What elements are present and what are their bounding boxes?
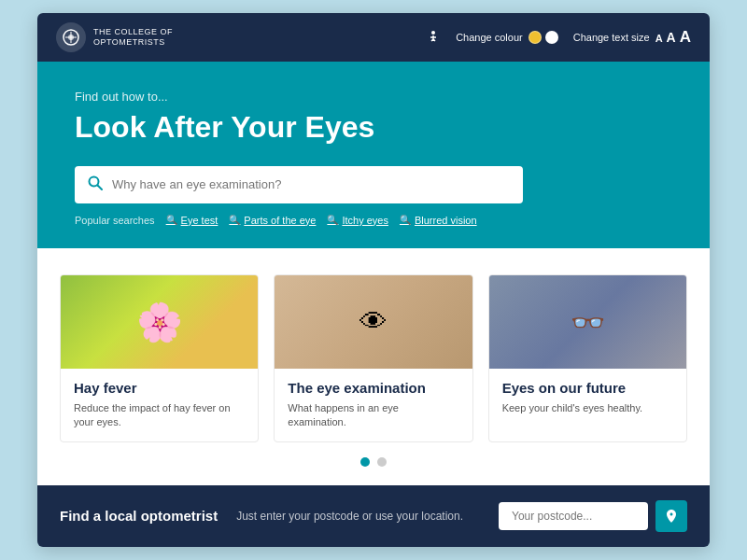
- card-hay-fever[interactable]: Hay fever Reduce the impact of hay fever…: [60, 274, 259, 442]
- tag-parts-eye[interactable]: 🔍 Parts of the eye: [229, 215, 316, 226]
- card-desc-eyes-future: Keep your child's eyes healthy.: [502, 401, 673, 415]
- pagination-dots: [60, 457, 687, 467]
- hero-title: Look After Your Eyes: [75, 109, 672, 145]
- location-button[interactable]: [655, 500, 687, 532]
- card-title-eye-examination: The eye examination: [288, 380, 458, 396]
- top-navigation: THE COLLEGE OF OPTOMETRISTS Change colou…: [37, 13, 710, 62]
- find-optometrist-title: Find a local optometrist: [60, 508, 218, 524]
- postcode-area: [499, 500, 687, 532]
- find-optometrist-bar: Find a local optometrist Just enter your…: [37, 485, 710, 547]
- pagination-dot-2[interactable]: [377, 457, 387, 467]
- card-image-eyes-future: [489, 275, 686, 369]
- colour-option-yellow[interactable]: [529, 31, 542, 44]
- text-size-controls: A A A: [655, 28, 691, 47]
- svg-point-2: [431, 31, 435, 35]
- card-desc-hay-fever: Reduce the impact of hay fever on your e…: [74, 401, 245, 430]
- popular-searches-label: Popular searches: [75, 215, 155, 226]
- nav-controls: Change colour Change text size A A A: [426, 28, 691, 47]
- card-body-eyes-future: Eyes on our future Keep your child's eye…: [489, 369, 686, 427]
- svg-point-1: [68, 35, 74, 40]
- cards-section: Hay fever Reduce the impact of hay fever…: [37, 248, 710, 485]
- postcode-input[interactable]: [499, 502, 648, 530]
- colour-circles: [529, 31, 558, 44]
- text-size-large[interactable]: A: [680, 28, 691, 47]
- text-size-small[interactable]: A: [655, 33, 663, 44]
- change-text-size-control: Change text size A A A: [573, 28, 691, 47]
- search-bar: [75, 166, 523, 203]
- logo-area: THE COLLEGE OF OPTOMETRISTS: [56, 22, 173, 52]
- card-eye-examination[interactable]: The eye examination What happens in an e…: [274, 274, 472, 442]
- logo-icon: [56, 22, 86, 52]
- card-image-eye-examination: [275, 275, 472, 369]
- hero-subtitle: Find out how to...: [75, 90, 672, 104]
- accessibility-icon[interactable]: [426, 30, 441, 45]
- change-colour-control[interactable]: Change colour: [456, 31, 558, 44]
- main-window: THE COLLEGE OF OPTOMETRISTS Change colou…: [37, 13, 710, 546]
- cards-grid: Hay fever Reduce the impact of hay fever…: [60, 274, 687, 442]
- search-tag-icon: 🔍: [327, 215, 338, 225]
- colour-option-white[interactable]: [545, 31, 558, 44]
- card-eyes-future[interactable]: Eyes on our future Keep your child's eye…: [488, 274, 687, 442]
- search-tag-icon: 🔍: [400, 215, 411, 225]
- popular-searches: Popular searches 🔍 Eye test 🔍 Parts of t…: [75, 215, 672, 226]
- search-tag-icon: 🔍: [229, 215, 240, 225]
- tag-blurred-vision[interactable]: 🔍 Blurred vision: [400, 215, 477, 226]
- hero-section: Find out how to... Look After Your Eyes …: [37, 62, 710, 247]
- find-optometrist-subtitle: Just enter your postcode or use your loc…: [236, 510, 463, 523]
- card-desc-eye-examination: What happens in an eye examination.: [288, 401, 458, 430]
- search-input[interactable]: [112, 177, 510, 191]
- card-body-hay-fever: Hay fever Reduce the impact of hay fever…: [61, 369, 258, 441]
- search-tag-icon: 🔍: [166, 215, 177, 225]
- card-title-hay-fever: Hay fever: [74, 380, 245, 396]
- card-title-eyes-future: Eyes on our future: [502, 380, 673, 396]
- search-icon: [88, 175, 103, 194]
- text-size-medium[interactable]: A: [667, 30, 676, 45]
- tag-eye-test[interactable]: 🔍 Eye test: [166, 215, 218, 226]
- logo-text: THE COLLEGE OF OPTOMETRISTS: [93, 27, 173, 49]
- card-body-eye-examination: The eye examination What happens in an e…: [275, 369, 472, 441]
- tag-itchy-eyes[interactable]: 🔍 Itchy eyes: [327, 215, 388, 226]
- pagination-dot-1[interactable]: [360, 457, 370, 467]
- card-image-hay-fever: [61, 275, 258, 369]
- svg-line-4: [98, 185, 103, 189]
